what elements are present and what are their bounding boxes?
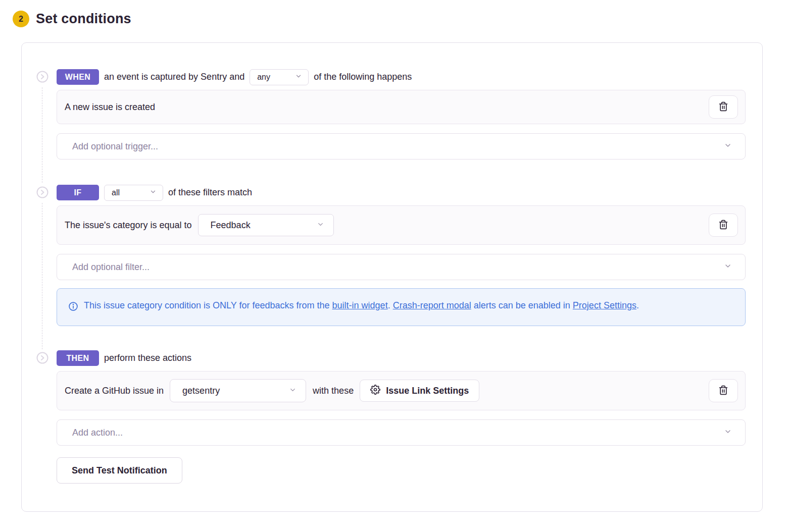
action-middle-text: with these	[313, 386, 354, 396]
info-segment: .	[636, 300, 639, 310]
then-rail	[36, 350, 57, 484]
add-filter-select[interactable]: Add optional filter...	[57, 254, 746, 280]
step-number-badge: 2	[13, 11, 29, 27]
chevron-right-circle-icon	[36, 71, 48, 83]
built-in-widget-link[interactable]: built-in widget	[332, 300, 388, 310]
add-action-placeholder: Add action...	[72, 428, 123, 438]
add-trigger-select[interactable]: Add optional trigger...	[57, 133, 746, 159]
then-step: THEN perform these actions Create a GitH…	[36, 350, 746, 484]
delete-filter-button[interactable]	[709, 214, 738, 237]
issue-link-settings-label: Issue Link Settings	[386, 386, 469, 396]
repo-select[interactable]: getsentry	[170, 379, 306, 402]
project-settings-link[interactable]: Project Settings	[573, 300, 636, 310]
when-match-select[interactable]: any	[250, 69, 309, 85]
chevron-down-icon	[317, 220, 324, 231]
filter-row: The issue's category is equal to Feedbac…	[57, 205, 746, 245]
chevron-down-icon	[295, 73, 302, 82]
trigger-row: A new issue is created	[57, 90, 746, 124]
info-segment: .	[388, 300, 393, 310]
filter-value-select[interactable]: Feedback	[198, 214, 334, 236]
page-title: Set conditions	[36, 11, 131, 27]
if-badge: IF	[57, 185, 99, 200]
then-text-after: perform these actions	[104, 353, 191, 363]
trash-icon	[718, 101, 728, 113]
info-segment: This issue category condition is ONLY fo…	[84, 300, 332, 310]
action-label: Create a GitHub issue in	[65, 386, 164, 396]
info-circle-icon	[68, 297, 78, 317]
page-header: 2 Set conditions	[0, 0, 788, 27]
if-match-value: all	[112, 188, 120, 197]
when-text-before: an event is captured by Sentry and	[104, 72, 244, 82]
when-match-value: any	[257, 73, 270, 82]
add-trigger-placeholder: Add optional trigger...	[72, 141, 158, 152]
issue-link-settings-button[interactable]: Issue Link Settings	[360, 380, 479, 402]
add-action-select[interactable]: Add action...	[57, 419, 746, 446]
conditions-card: WHEN an event is captured by Sentry and …	[21, 42, 763, 512]
chevron-down-icon	[724, 141, 732, 152]
if-step: IF all of these filters match The issue'…	[36, 185, 746, 326]
rail-connector	[42, 87, 42, 183]
then-header: THEN perform these actions	[57, 350, 746, 366]
add-filter-placeholder: Add optional filter...	[72, 262, 150, 273]
when-header: WHEN an event is captured by Sentry and …	[57, 69, 746, 85]
chevron-down-icon	[724, 428, 732, 438]
chevron-right-circle-icon	[36, 186, 48, 198]
when-text-after: of the following happens	[314, 72, 412, 82]
if-rail	[36, 185, 57, 326]
if-match-select[interactable]: all	[104, 185, 163, 201]
send-test-notification-button[interactable]: Send Test Notification	[57, 457, 182, 484]
repo-value: getsentry	[182, 386, 220, 396]
then-badge: THEN	[57, 350, 99, 366]
when-step: WHEN an event is captured by Sentry and …	[36, 69, 746, 159]
trash-icon	[718, 385, 728, 397]
chevron-right-circle-icon	[36, 352, 48, 364]
when-badge: WHEN	[57, 69, 99, 85]
filter-label: The issue's category is equal to	[65, 220, 192, 231]
chevron-down-icon	[150, 188, 157, 197]
gear-icon	[370, 385, 380, 397]
chevron-down-icon	[289, 386, 297, 396]
crash-report-modal-link[interactable]: Crash-report modal	[393, 300, 471, 310]
info-segment: alerts can be enabled in	[471, 300, 573, 310]
filter-value: Feedback	[211, 220, 251, 231]
delete-action-button[interactable]	[709, 379, 738, 402]
when-rail	[36, 69, 57, 159]
chevron-down-icon	[724, 262, 732, 273]
trash-icon	[718, 220, 728, 231]
trigger-label: A new issue is created	[65, 102, 155, 113]
info-text: This issue category condition is ONLY fo…	[84, 297, 639, 317]
action-row: Create a GitHub issue in getsentry with …	[57, 371, 746, 410]
if-text-after: of these filters match	[168, 187, 252, 198]
if-header: IF all of these filters match	[57, 185, 746, 200]
delete-trigger-button[interactable]	[709, 95, 738, 119]
info-alert: This issue category condition is ONLY fo…	[57, 288, 746, 326]
rail-connector	[42, 203, 42, 349]
